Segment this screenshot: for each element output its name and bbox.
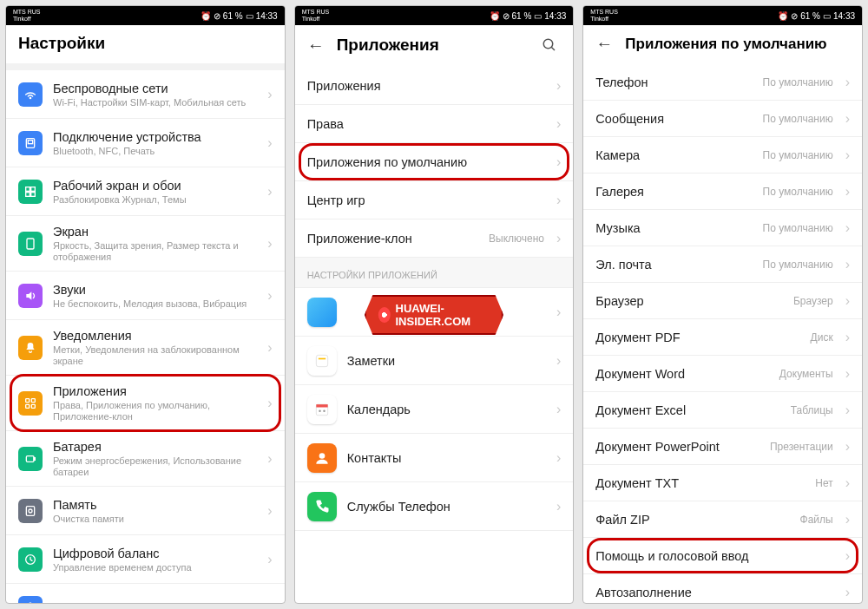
row-subtitle: Wi-Fi, Настройки SIM-карт, Мобильная сет… bbox=[53, 97, 257, 108]
default-row-13[interactable]: Помощь и голосовой ввод › bbox=[583, 538, 862, 574]
statusbar: MTS RUS Tinkoff ⏰ ⊘ 61 % ▭ 14:33 bbox=[6, 6, 285, 25]
settings-list: Беспроводные сети Wi-Fi, Настройки SIM-к… bbox=[6, 70, 285, 603]
default-row-6[interactable]: Браузер Браузер › bbox=[583, 283, 862, 319]
app-row-3[interactable]: Контакты › bbox=[295, 434, 574, 482]
settings-row-0[interactable]: Беспроводные сети Wi-Fi, Настройки SIM-к… bbox=[6, 70, 285, 119]
apps-top-row-4[interactable]: Приложение-клон Выключено › bbox=[295, 219, 574, 258]
defaults-list: Телефон По умолчанию › Сообщения По умол… bbox=[583, 64, 862, 603]
apps-top-row-2[interactable]: Приложения по умолчанию › bbox=[295, 143, 574, 181]
chevron-right-icon: › bbox=[267, 236, 272, 252]
row-title: Документ PowerPoint bbox=[595, 440, 760, 454]
security-icon bbox=[18, 596, 43, 604]
settings-row-10[interactable]: Безопасность и › bbox=[6, 584, 285, 603]
row-title: Рабочий экран и обои bbox=[53, 178, 257, 193]
svg-point-17 bbox=[544, 39, 554, 49]
phone-3: MTS RUS Tinkoff ⏰ ⊘ 61 % ▭ 14:33 ← Прило… bbox=[582, 5, 863, 604]
svg-rect-3 bbox=[26, 187, 30, 191]
statusbar: MTS RUS Tinkoff ⏰ ⊘ 61 % ▭ 14:33 bbox=[295, 6, 574, 25]
default-row-10[interactable]: Документ PowerPoint Презентации › bbox=[583, 429, 862, 465]
row-title: Документ Excel bbox=[595, 403, 779, 417]
settings-row-7[interactable]: Батарея Режим энергосбережения, Использо… bbox=[6, 431, 285, 487]
row-title: Сообщения bbox=[595, 112, 752, 126]
apps-top-row-3[interactable]: Центр игр › bbox=[295, 181, 574, 219]
row-value: Диск bbox=[811, 331, 833, 344]
svg-rect-12 bbox=[26, 455, 34, 462]
carrier-1: MTS RUS bbox=[590, 9, 618, 16]
search-icon[interactable] bbox=[538, 34, 561, 56]
row-value: По умолчанию bbox=[763, 259, 833, 271]
back-icon[interactable]: ← bbox=[307, 36, 325, 56]
page-title: Настройки bbox=[18, 34, 273, 53]
row-value: Выключено bbox=[489, 232, 544, 245]
row-subtitle: Разблокировка Журнал, Темы bbox=[53, 194, 257, 206]
svg-rect-9 bbox=[31, 398, 35, 402]
app-row-4[interactable]: Службы Телефон › bbox=[295, 482, 574, 531]
header: Настройки bbox=[6, 25, 285, 63]
row-value: По умолчанию bbox=[763, 186, 833, 198]
chevron-right-icon: › bbox=[556, 353, 561, 369]
page-title: Приложения по умолчанию bbox=[625, 36, 850, 53]
chevron-right-icon: › bbox=[556, 116, 561, 132]
default-row-9[interactable]: Документ Excel Таблицы › bbox=[583, 392, 862, 429]
svg-rect-8 bbox=[26, 398, 30, 402]
row-value: По умолчанию bbox=[763, 222, 833, 234]
row-subtitle: Очистка памяти bbox=[53, 514, 257, 525]
default-row-12[interactable]: Файл ZIP Файлы › bbox=[583, 501, 862, 538]
battery-icon: ▭ bbox=[823, 11, 831, 21]
default-row-0[interactable]: Телефон По умолчанию › bbox=[583, 64, 862, 101]
settings-row-8[interactable]: Память Очистка памяти › bbox=[6, 487, 285, 535]
chevron-right-icon: › bbox=[845, 330, 850, 345]
chevron-right-icon: › bbox=[845, 184, 850, 200]
row-value: Нет bbox=[815, 477, 832, 489]
statusbar: MTS RUS Tinkoff ⏰ ⊘ 61 % ▭ 14:33 bbox=[583, 6, 862, 25]
chevron-right-icon: › bbox=[267, 184, 272, 200]
svg-rect-20 bbox=[319, 357, 326, 359]
default-row-4[interactable]: Музыка По умолчанию › bbox=[583, 210, 862, 246]
settings-row-1[interactable]: Подключение устройства Bluetooth, NFC, П… bbox=[6, 119, 285, 167]
phone-1: MTS RUS Tinkoff ⏰ ⊘ 61 % ▭ 14:33 Настрой… bbox=[5, 5, 286, 604]
row-title: Автозаполнение bbox=[595, 586, 834, 599]
default-row-8[interactable]: Документ Word Документы › bbox=[583, 356, 862, 392]
chevron-right-icon: › bbox=[267, 340, 272, 356]
chevron-right-icon: › bbox=[556, 78, 561, 94]
chevron-right-icon: › bbox=[267, 87, 272, 102]
svg-rect-11 bbox=[31, 404, 35, 408]
app-row-1[interactable]: Заметки › bbox=[295, 337, 574, 385]
row-title: Приложения по умолчанию bbox=[307, 155, 546, 169]
settings-row-3[interactable]: Экран Яркость, Защита зрения, Размер тек… bbox=[6, 216, 285, 272]
default-row-5[interactable]: Эл. почта По умолчанию › bbox=[583, 246, 862, 283]
settings-row-4[interactable]: Звуки Не беспокоить, Мелодия вызова, Виб… bbox=[6, 272, 285, 320]
home-icon bbox=[18, 180, 43, 204]
page-title: Приложения bbox=[337, 36, 527, 55]
apps-top-row-1[interactable]: Права › bbox=[295, 105, 574, 143]
row-value: По умолчанию bbox=[763, 149, 833, 161]
default-row-14[interactable]: Автозаполнение › bbox=[583, 574, 862, 603]
row-subtitle: Не беспокоить, Мелодия вызова, Вибрация bbox=[53, 298, 257, 310]
settings-row-9[interactable]: Цифровой баланс Управление временем дост… bbox=[6, 535, 285, 584]
svg-rect-13 bbox=[34, 457, 35, 460]
default-row-11[interactable]: Документ TXT Нет › bbox=[583, 465, 862, 501]
svg-rect-4 bbox=[31, 187, 36, 191]
settings-row-6[interactable]: Приложения Права, Приложения по умолчани… bbox=[6, 376, 285, 431]
battery-icon bbox=[18, 447, 43, 471]
default-row-2[interactable]: Камера По умолчанию › bbox=[583, 137, 862, 174]
default-row-7[interactable]: Документ PDF Диск › bbox=[583, 319, 862, 356]
row-title: Камера bbox=[595, 148, 752, 162]
settings-row-5[interactable]: Уведомления Метки, Уведомления на заблок… bbox=[6, 320, 285, 376]
apps-top-row-0[interactable]: Приложения › bbox=[295, 67, 574, 105]
back-icon[interactable]: ← bbox=[595, 34, 613, 54]
svg-rect-7 bbox=[27, 239, 34, 249]
settings-row-2[interactable]: Рабочий экран и обои Разблокировка Журна… bbox=[6, 167, 285, 216]
row-title: Память bbox=[53, 497, 257, 513]
chevron-right-icon: › bbox=[845, 403, 850, 418]
app-row-2[interactable]: Календарь › bbox=[295, 385, 574, 434]
chevron-right-icon: › bbox=[556, 402, 561, 417]
dnd-icon: ⊘ bbox=[791, 11, 798, 21]
chevron-right-icon: › bbox=[267, 552, 272, 567]
carrier-2: Tinkoff bbox=[590, 16, 618, 23]
default-row-3[interactable]: Галерея По умолчанию › bbox=[583, 174, 862, 210]
chevron-right-icon: › bbox=[845, 293, 850, 309]
chevron-right-icon: › bbox=[556, 450, 561, 466]
default-row-1[interactable]: Сообщения По умолчанию › bbox=[583, 101, 862, 137]
app-row-0[interactable]: HUAWEI-INSIDER.COM › bbox=[295, 288, 574, 337]
